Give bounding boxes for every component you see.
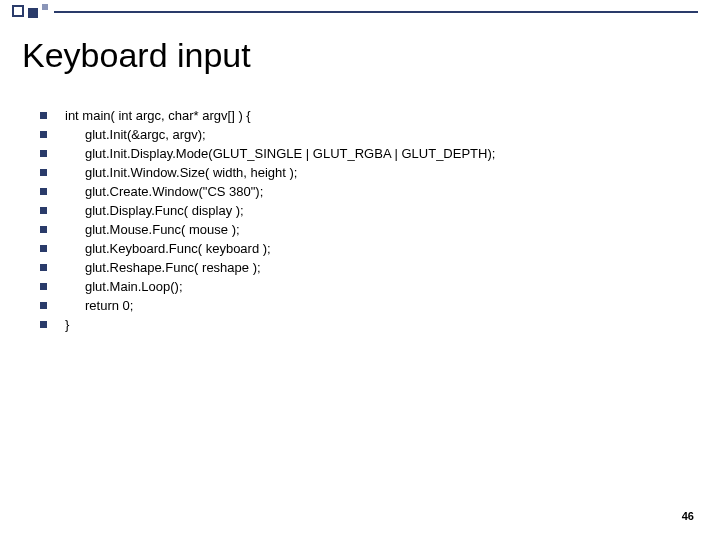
code-block: int main( int argc, char* argv[] ) { glu… xyxy=(40,108,690,336)
code-text: glut.Init(&argc, argv); xyxy=(65,127,206,142)
bullet-icon xyxy=(40,112,47,119)
code-text: glut.Display.Func( display ); xyxy=(65,203,244,218)
bullet-icon xyxy=(40,169,47,176)
bullet-icon xyxy=(40,131,47,138)
deco-square-small xyxy=(42,4,48,10)
code-text: glut.Mouse.Func( mouse ); xyxy=(65,222,240,237)
bullet-icon xyxy=(40,207,47,214)
bullet-icon xyxy=(40,302,47,309)
bullet-icon xyxy=(40,188,47,195)
deco-horizontal-line xyxy=(54,11,698,13)
code-text: glut.Create.Window("CS 380"); xyxy=(65,184,263,199)
code-line: glut.Create.Window("CS 380"); xyxy=(40,184,690,199)
code-line: glut.Main.Loop(); xyxy=(40,279,690,294)
code-line: int main( int argc, char* argv[] ) { xyxy=(40,108,690,123)
bullet-icon xyxy=(40,321,47,328)
code-line: glut.Init(&argc, argv); xyxy=(40,127,690,142)
bullet-icon xyxy=(40,264,47,271)
code-line: glut.Keyboard.Func( keyboard ); xyxy=(40,241,690,256)
slide-title: Keyboard input xyxy=(22,36,251,75)
code-line: glut.Init.Display.Mode(GLUT_SINGLE | GLU… xyxy=(40,146,690,161)
deco-square-solid xyxy=(28,8,38,18)
bullet-icon xyxy=(40,245,47,252)
deco-square-outline xyxy=(12,5,24,17)
bullet-icon xyxy=(40,150,47,157)
code-text: glut.Init.Display.Mode(GLUT_SINGLE | GLU… xyxy=(65,146,495,161)
code-line: glut.Mouse.Func( mouse ); xyxy=(40,222,690,237)
code-text: glut.Main.Loop(); xyxy=(65,279,183,294)
code-line: } xyxy=(40,317,690,332)
bullet-icon xyxy=(40,226,47,233)
code-text: return 0; xyxy=(65,298,133,313)
code-line: glut.Init.Window.Size( width, height ); xyxy=(40,165,690,180)
code-line: glut.Display.Func( display ); xyxy=(40,203,690,218)
bullet-icon xyxy=(40,283,47,290)
code-text: } xyxy=(65,317,69,332)
code-text: glut.Keyboard.Func( keyboard ); xyxy=(65,241,271,256)
code-line: glut.Reshape.Func( reshape ); xyxy=(40,260,690,275)
code-text: int main( int argc, char* argv[] ) { xyxy=(65,108,251,123)
page-number: 46 xyxy=(682,510,694,522)
code-line: return 0; xyxy=(40,298,690,313)
header-decoration xyxy=(0,0,720,24)
code-text: glut.Reshape.Func( reshape ); xyxy=(65,260,261,275)
code-text: glut.Init.Window.Size( width, height ); xyxy=(65,165,297,180)
